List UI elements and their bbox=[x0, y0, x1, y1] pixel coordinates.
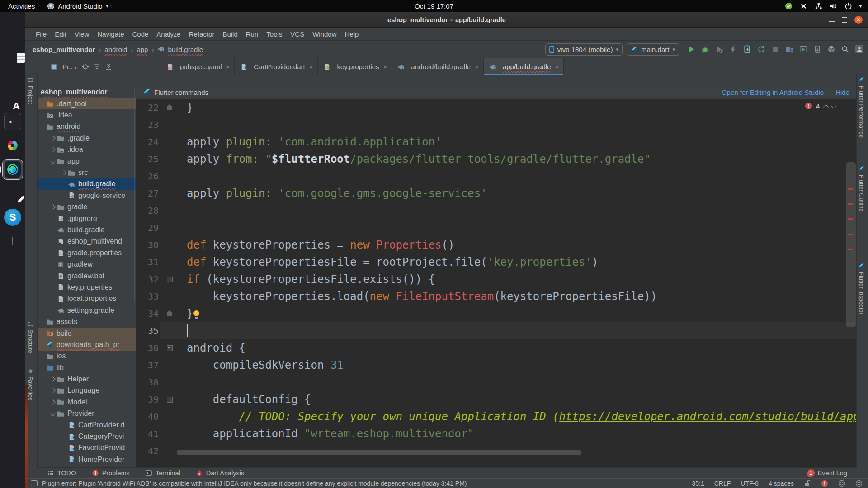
slack-tray-icon[interactable] bbox=[800, 2, 807, 10]
code-line-39[interactable]: 39 defaultConfig { bbox=[136, 391, 857, 408]
dock-item-writer[interactable] bbox=[3, 40, 23, 60]
code-editor[interactable]: 22}2324apply plugin: 'com.android.applic… bbox=[136, 99, 857, 468]
frowny-icon[interactable] bbox=[855, 480, 863, 487]
prev-error-icon[interactable] bbox=[823, 104, 829, 110]
breadcrumb-build.gradle[interactable]: build.gradle bbox=[157, 45, 203, 53]
tree-item-Model[interactable]: Model bbox=[37, 396, 136, 408]
power-icon[interactable] bbox=[844, 2, 852, 10]
tool-strip-favorites[interactable]: Favorites bbox=[27, 368, 34, 400]
caret-position[interactable]: 35:1 bbox=[692, 480, 704, 487]
code-line-40[interactable]: 40 // TODO: Specify your own unique Appl… bbox=[136, 408, 857, 425]
menu-vcs[interactable]: VCS bbox=[286, 29, 308, 39]
line-number[interactable]: 25 bbox=[136, 150, 164, 168]
tool-strip-flutter-outline[interactable]: Flutter Outline bbox=[858, 166, 865, 212]
tab-key.properties[interactable]: key.properties× bbox=[318, 58, 392, 75]
code-line-27[interactable]: 27apply plugin: 'com.google.gms.google-s… bbox=[136, 185, 857, 202]
dock-item-android-studio[interactable] bbox=[3, 160, 23, 179]
tree-item-lib[interactable]: lib bbox=[37, 362, 136, 373]
tool-strip-flutter-performance[interactable]: Flutter Performance bbox=[858, 77, 865, 138]
line-number[interactable]: 28 bbox=[136, 202, 164, 219]
hot-restart-button[interactable] bbox=[757, 45, 765, 53]
toolwindow-dart-analysis[interactable]: Dart Analysis bbox=[196, 469, 245, 477]
code-line-22[interactable]: 22} bbox=[136, 99, 857, 116]
sdk-manager-icon[interactable] bbox=[827, 45, 835, 53]
tree-item-FavoriteProvid[interactable]: FavoriteProvid bbox=[37, 442, 136, 454]
fold-gutter[interactable] bbox=[164, 271, 176, 288]
menu-window[interactable]: Window bbox=[308, 29, 340, 39]
dock-item-files[interactable] bbox=[3, 64, 23, 84]
code-line-38[interactable]: 38 bbox=[136, 374, 857, 391]
hot-reload-button[interactable] bbox=[743, 45, 751, 53]
locate-icon[interactable] bbox=[82, 63, 89, 70]
line-number[interactable]: 26 bbox=[136, 168, 164, 185]
menu-tools[interactable]: Tools bbox=[262, 29, 286, 39]
menu-help[interactable]: Help bbox=[341, 29, 363, 39]
tree-item-.idea[interactable]: .idea bbox=[37, 144, 136, 155]
menu-view[interactable]: View bbox=[71, 29, 93, 39]
device-file-explorer-icon[interactable] bbox=[813, 45, 821, 53]
tree-item-assets[interactable]: assets bbox=[37, 316, 136, 327]
tab-pubspec.yaml[interactable]: YMLpubspec.yaml× bbox=[161, 58, 235, 75]
run-config-selector[interactable]: main.dart▾ bbox=[627, 43, 679, 56]
line-number[interactable]: 36 bbox=[136, 339, 164, 357]
flutter-attach-button[interactable] bbox=[729, 45, 737, 53]
line-number[interactable]: 31 bbox=[136, 253, 164, 271]
code-line-30[interactable]: 30def keystoreProperties = new Propertie… bbox=[136, 236, 857, 253]
maximize-button[interactable] bbox=[842, 17, 847, 23]
lock-icon[interactable] bbox=[804, 480, 811, 487]
tree-item-build[interactable]: build bbox=[37, 328, 136, 339]
open-for-editing-link[interactable]: Open for Editing in Android Studio bbox=[722, 89, 824, 96]
line-number[interactable]: 32 bbox=[136, 271, 164, 288]
window-status-icon[interactable] bbox=[31, 480, 38, 486]
error-stripe-mark[interactable] bbox=[848, 188, 853, 190]
volume-icon[interactable] bbox=[830, 2, 837, 10]
line-number[interactable]: 41 bbox=[136, 425, 164, 442]
project-panel-header[interactable]: Pr.. ▾ bbox=[25, 58, 161, 75]
tree-item-app[interactable]: app bbox=[37, 155, 136, 167]
tree-item-build.gradle[interactable]: build.gradle bbox=[37, 178, 136, 190]
tree-item-android[interactable]: android bbox=[37, 121, 136, 132]
line-ending[interactable]: CRLF bbox=[714, 480, 731, 487]
code-line-25[interactable]: 25apply from: "$flutterRoot/packages/flu… bbox=[136, 150, 857, 168]
indent-setting[interactable]: 4 spaces bbox=[769, 480, 794, 487]
inspection-widget[interactable]: ! 4 bbox=[805, 102, 836, 110]
line-number[interactable]: 27 bbox=[136, 185, 164, 202]
tool-strip-flutter-inspector[interactable]: Flutter Inspector bbox=[858, 263, 865, 314]
breadcrumb-eshop_multivendor[interactable]: eshop_multivendor bbox=[33, 46, 95, 53]
tree-scrollbar[interactable] bbox=[134, 89, 135, 301]
profile-button[interactable] bbox=[715, 45, 723, 53]
tree-item-Provider[interactable]: Provider bbox=[37, 408, 136, 419]
horizontal-scrollbar[interactable] bbox=[177, 450, 581, 455]
tree-item-gradlew.bat[interactable]: gradlew.bat bbox=[37, 270, 136, 282]
debug-button[interactable] bbox=[701, 45, 709, 53]
code-line-32[interactable]: 32if (keystorePropertiesFile.exists()) { bbox=[136, 271, 857, 288]
error-stripe-mark[interactable] bbox=[848, 249, 853, 250]
tree-item-build.gradle[interactable]: build.gradle bbox=[37, 224, 136, 235]
code-line-36[interactable]: 36android { bbox=[136, 339, 857, 357]
line-number[interactable]: 24 bbox=[136, 133, 164, 150]
close-icon[interactable]: × bbox=[383, 63, 387, 70]
tree-item-.gitignore[interactable]: .gitignore bbox=[37, 213, 136, 224]
line-number[interactable]: 37 bbox=[136, 357, 164, 374]
tab-app/build.gradle[interactable]: app/build.gradle× bbox=[484, 58, 564, 75]
code-line-24[interactable]: 24apply plugin: 'com.android.application… bbox=[136, 133, 857, 150]
tree-item-src[interactable]: src bbox=[37, 167, 136, 178]
tab-CartProvider.dart[interactable]: CartProvider.dart× bbox=[235, 58, 318, 75]
fold-gutter[interactable] bbox=[164, 305, 176, 322]
close-icon[interactable]: × bbox=[309, 63, 313, 70]
toolwindow-problems[interactable]: Problems bbox=[92, 469, 130, 477]
smiley-icon[interactable] bbox=[838, 480, 845, 487]
tab-android/build.gradle[interactable]: android/build.gradle× bbox=[392, 58, 484, 75]
tree-item-local.properties[interactable]: local.properties bbox=[37, 293, 136, 305]
code-line-31[interactable]: 31def keystorePropertiesFile = rootProje… bbox=[136, 253, 857, 271]
code-line-35[interactable]: 35 bbox=[136, 322, 857, 339]
vertical-scrollbar[interactable] bbox=[846, 162, 856, 327]
menu-refactor[interactable]: Refactor bbox=[185, 29, 219, 39]
menu-edit[interactable]: Edit bbox=[51, 29, 71, 39]
line-number[interactable]: 42 bbox=[136, 442, 164, 460]
tool-strip-project[interactable]: Project bbox=[27, 77, 34, 104]
dock-item-ubuntu-software[interactable] bbox=[3, 88, 23, 108]
tree-item-gradlew[interactable]: gradlew bbox=[37, 258, 136, 270]
line-number[interactable]: 29 bbox=[136, 219, 164, 236]
close-icon[interactable]: × bbox=[555, 63, 559, 70]
